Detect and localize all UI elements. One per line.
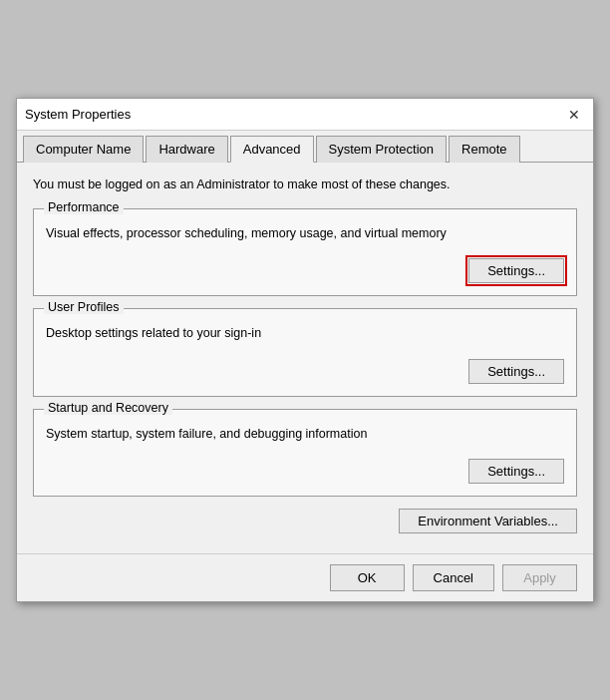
performance-section-title: Performance (44, 200, 124, 214)
system-properties-dialog: System Properties ✕ Computer Name Hardwa… (16, 98, 594, 602)
admin-notice: You must be logged on as an Administrato… (33, 176, 577, 194)
tab-remote[interactable]: Remote (449, 136, 520, 163)
tab-content: You must be logged on as an Administrato… (17, 163, 593, 553)
tab-advanced[interactable]: Advanced (230, 136, 314, 163)
performance-section: Performance Visual effects, processor sc… (33, 208, 577, 297)
close-button[interactable]: ✕ (563, 104, 585, 126)
performance-settings-button[interactable]: Settings... (468, 258, 564, 283)
cancel-button[interactable]: Cancel (413, 564, 494, 591)
startup-recovery-btn-row: Settings... (46, 459, 564, 484)
startup-recovery-section: Startup and Recovery System startup, sys… (33, 409, 577, 498)
dialog-footer: OK Cancel Apply (17, 553, 593, 601)
environment-variables-button[interactable]: Environment Variables... (399, 509, 577, 533)
env-variables-row: Environment Variables... (33, 509, 577, 533)
tab-computer-name[interactable]: Computer Name (23, 136, 144, 163)
title-bar: System Properties ✕ (17, 99, 593, 131)
user-profiles-settings-button[interactable]: Settings... (468, 359, 564, 384)
tab-hardware[interactable]: Hardware (146, 136, 227, 163)
startup-recovery-settings-button[interactable]: Settings... (468, 459, 564, 484)
startup-recovery-section-title: Startup and Recovery (44, 401, 172, 415)
performance-description: Visual effects, processor scheduling, me… (46, 225, 564, 243)
tab-system-protection[interactable]: System Protection (316, 136, 448, 163)
performance-btn-row: Settings... (46, 258, 564, 283)
startup-recovery-description: System startup, system failure, and debu… (46, 426, 564, 444)
user-profiles-description: Desktop settings related to your sign-in (46, 325, 564, 343)
window-title: System Properties (25, 107, 131, 122)
ok-button[interactable]: OK (330, 564, 405, 591)
user-profiles-section: User Profiles Desktop settings related t… (33, 308, 577, 397)
user-profiles-btn-row: Settings... (46, 359, 564, 384)
apply-button[interactable]: Apply (502, 564, 577, 591)
user-profiles-section-title: User Profiles (44, 300, 124, 314)
tab-bar: Computer Name Hardware Advanced System P… (17, 131, 593, 163)
